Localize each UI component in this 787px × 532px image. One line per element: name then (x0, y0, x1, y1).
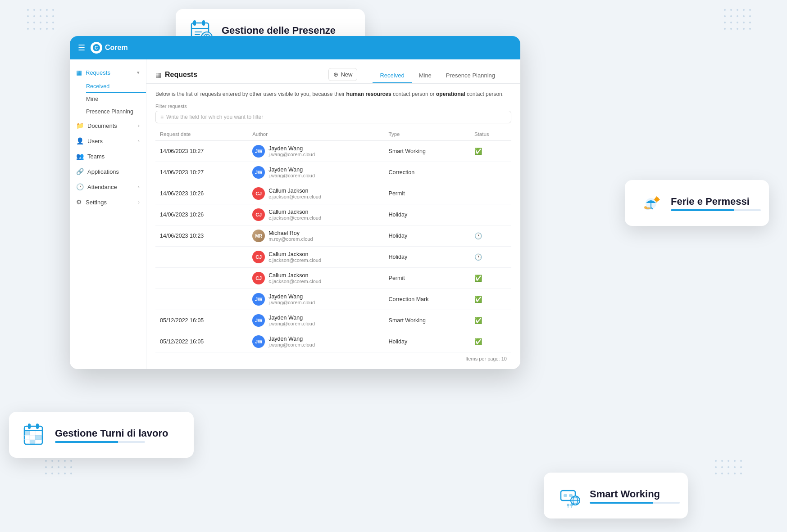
hamburger-icon[interactable]: ☰ (78, 43, 85, 53)
author-email: c.jackson@corem.cloud (268, 279, 321, 284)
table-row[interactable]: 14/06/2023 10:27JWJayden Wangj.wang@core… (155, 162, 511, 183)
tab-presence-planning[interactable]: Presence Planning (439, 68, 502, 83)
sidebar-item-attendance[interactable]: 🕐 Attendance › (70, 179, 146, 194)
attendance-icon: 🕐 (76, 183, 84, 190)
avatar: CJ (252, 208, 265, 221)
table-row[interactable]: 14/06/2023 10:23MRMichael Roym.roy@corem… (155, 225, 511, 247)
smart-card-bar (590, 502, 680, 504)
author-name: Jayden Wang (268, 145, 315, 152)
table-row[interactable]: CJCallum Jacksonc.jackson@corem.cloudHol… (155, 247, 511, 268)
avatar: CJ (252, 187, 265, 200)
author-name: Michael Roy (268, 230, 313, 236)
col-author: Author (248, 128, 384, 141)
author-name: Callum Jackson (268, 251, 321, 257)
table-body: 14/06/2023 10:27JWJayden Wangj.wang@core… (155, 141, 511, 352)
card-smart-working: Smart Working (544, 473, 688, 518)
sidebar-requests-label: Requests (86, 69, 133, 76)
cell-type: Holiday (384, 247, 470, 268)
svg-point-43 (570, 504, 573, 506)
avatar: JW (252, 166, 265, 179)
settings-icon: ⚙ (76, 198, 82, 206)
brand-name: Corem (105, 44, 128, 52)
top-nav: ☰ C Corem (70, 36, 520, 59)
sidebar-sub-received[interactable]: Received (86, 80, 146, 93)
col-status: Status (470, 128, 511, 141)
author-name: Callum Jackson (268, 188, 321, 194)
sidebar-sub-presence-planning[interactable]: Presence Planning (86, 105, 146, 118)
table-row[interactable]: 14/06/2023 10:26CJCallum Jacksonc.jackso… (155, 204, 511, 225)
requests-table: Request date Author Type Status 14/06/20… (155, 128, 511, 352)
cell-date (155, 268, 248, 289)
filter-section: Filter requests ≡ Write the field for wh… (155, 104, 511, 123)
content-body: Below is the list of requests entered by… (146, 84, 520, 369)
sidebar-item-documents[interactable]: 📁 Documents › (70, 118, 146, 133)
filter-input[interactable]: ≡ Write the field for which you want to … (155, 111, 511, 123)
cell-type: Permit (384, 183, 470, 204)
avatar: CJ (252, 251, 265, 263)
svg-rect-2 (202, 20, 205, 26)
tabs: Received Mine Presence Planning (364, 68, 511, 83)
cell-status: 🕐 (470, 225, 511, 247)
sidebar-item-applications[interactable]: 🔗 Applications (70, 164, 146, 179)
cell-date: 05/12/2022 16:05 (155, 331, 248, 352)
cell-date (155, 247, 248, 268)
cell-status: ✅ (470, 141, 511, 162)
cell-author: JWJayden Wangj.wang@corem.cloud (248, 162, 384, 183)
author-email: j.wang@corem.cloud (268, 152, 315, 157)
table-row[interactable]: 14/06/2023 10:26CJCallum Jacksonc.jackso… (155, 183, 511, 204)
sidebar-sub-mine[interactable]: Mine (86, 93, 146, 105)
svg-point-42 (567, 504, 569, 506)
cell-status (470, 162, 511, 183)
table-row[interactable]: 05/12/2022 16:05JWJayden Wangj.wang@core… (155, 331, 511, 352)
cell-author: CJCallum Jacksonc.jackson@corem.cloud (248, 183, 384, 204)
sidebar-item-requests[interactable]: ▦ Requests ▾ (70, 65, 146, 80)
filter-icon: ≡ (160, 114, 164, 120)
cell-author: JWJayden Wangj.wang@corem.cloud (248, 289, 384, 310)
brand-logo: C Corem (91, 42, 128, 54)
sidebar-item-users[interactable]: 👤 Users › (70, 133, 146, 149)
new-button[interactable]: ⊕ New (328, 68, 357, 81)
table-row[interactable]: CJCallum Jacksonc.jackson@corem.cloudPer… (155, 268, 511, 289)
tab-mine[interactable]: Mine (412, 68, 439, 83)
avatar: JW (252, 335, 265, 348)
cell-author: CJCallum Jacksonc.jackson@corem.cloud (248, 204, 384, 225)
avatar: MR (252, 230, 265, 242)
turni-card-title: Gestione Turni di lavoro (55, 428, 168, 439)
app-frame: ☰ C Corem ▦ Requests ▾ Received Mine (70, 36, 520, 369)
tab-received[interactable]: Received (373, 68, 411, 83)
table-row[interactable]: 05/12/2022 16:05JWJayden Wangj.wang@core… (155, 310, 511, 331)
page-title: Requests (165, 71, 197, 79)
table-row[interactable]: JWJayden Wangj.wang@corem.cloudCorrectio… (155, 289, 511, 310)
cell-date (155, 289, 248, 310)
author-name: Callum Jackson (268, 272, 321, 279)
sidebar-item-teams[interactable]: 👥 Teams (70, 149, 146, 164)
page-title-row: ▦ Requests (155, 71, 322, 79)
cell-type: Permit (384, 268, 470, 289)
cell-status (470, 183, 511, 204)
author-email: j.wang@corem.cloud (268, 300, 315, 305)
sidebar-settings-label: Settings (86, 199, 134, 206)
cell-status: ✅ (470, 268, 511, 289)
cell-status: ✅ (470, 331, 511, 352)
author-email: j.wang@corem.cloud (268, 342, 315, 347)
content-panel: ▦ Requests ⊕ New Received Mine Presence … (146, 59, 520, 369)
decorative-dots-br (715, 460, 751, 496)
author-name: Jayden Wang (268, 315, 315, 321)
status-approved-icon: ✅ (474, 317, 482, 324)
svg-rect-33 (30, 440, 35, 444)
cell-author: JWJayden Wangj.wang@corem.cloud (248, 141, 384, 162)
svg-rect-22 (646, 207, 651, 209)
turni-icon (22, 422, 49, 449)
cell-author: JWJayden Wangj.wang@corem.cloud (248, 331, 384, 352)
documents-chevron: › (138, 123, 140, 128)
author-email: j.wang@corem.cloud (268, 173, 315, 178)
table-row[interactable]: 14/06/2023 10:27JWJayden Wangj.wang@core… (155, 141, 511, 162)
cell-author: MRMichael Roym.roy@corem.cloud (248, 225, 384, 247)
status-approved-icon: ✅ (474, 148, 482, 155)
page-title-icon: ▦ (155, 71, 161, 78)
decorative-dots-tr (724, 9, 760, 45)
cell-type: Smart Working (384, 310, 470, 331)
sidebar: ▦ Requests ▾ Received Mine Presence Plan… (70, 59, 146, 369)
sidebar-item-settings[interactable]: ⚙ Settings › (70, 194, 146, 210)
card-gestione-turni: Gestione Turni di lavoro (9, 412, 194, 458)
